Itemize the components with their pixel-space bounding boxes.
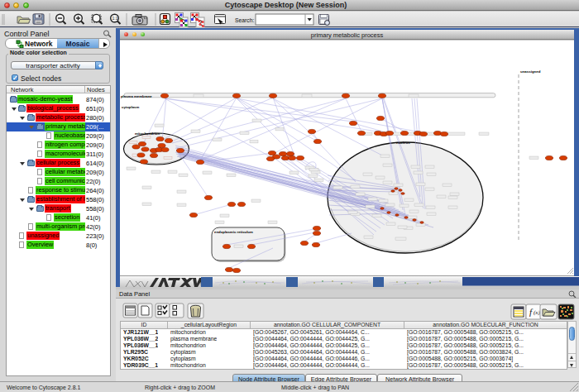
svg-text:Search:: Search:	[235, 17, 255, 23]
svg-text:mitochondrion: mitochondrion	[135, 131, 160, 136]
svg-text:nucleus: nucleus	[396, 141, 410, 145]
svg-text:unassigned: unassigned	[520, 69, 541, 74]
svg-text:(x): (x)	[534, 309, 540, 316]
svg-text:cytoplasm: cytoplasm	[122, 105, 139, 109]
svg-text:1:1: 1:1	[112, 16, 118, 21]
svg-text:endoplasmic reticulum: endoplasmic reticulum	[214, 230, 253, 234]
svg-text:plasma membrane: plasma membrane	[121, 94, 152, 98]
